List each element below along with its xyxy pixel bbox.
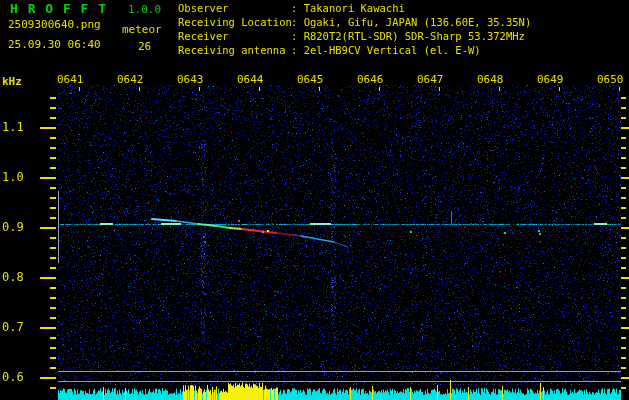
info-label: Observer <box>178 3 291 15</box>
observation-datetime: 25.09.30 06:40 <box>8 39 101 51</box>
info-row-receiver: Receiver: R820T2(RTL-SDR) SDR-Sharp 53.3… <box>178 31 525 43</box>
app-title: H R O F F T <box>10 2 107 16</box>
time-label: 0647 <box>417 74 444 86</box>
info-value: Takanori Kawachi <box>304 2 405 14</box>
info-colon: : <box>291 44 304 56</box>
y-tick-label: 0.6 <box>2 371 24 384</box>
output-filename: 2509300640.png <box>8 19 101 31</box>
info-label: Receiver <box>178 31 291 43</box>
time-label: 0649 <box>537 74 564 86</box>
info-row-antenna: Receiving antenna: 2el-HB9CV Vertical (e… <box>178 45 481 57</box>
y-tick-label: 1.0 <box>2 171 24 184</box>
time-label: 0650 <box>597 74 624 86</box>
y-axis-unit: kHz <box>2 76 22 88</box>
info-colon: : <box>291 16 304 28</box>
echo-count: 26 <box>138 41 151 53</box>
time-label: 0642 <box>117 74 144 86</box>
spectrogram-canvas <box>0 0 629 400</box>
time-label: 0646 <box>357 74 384 86</box>
time-label: 0645 <box>297 74 324 86</box>
info-value: 2el-HB9CV Vertical (el. E-W) <box>304 44 481 56</box>
time-label: 0644 <box>237 74 264 86</box>
y-tick-label: 1.1 <box>2 121 24 134</box>
info-label: Receiving antenna <box>178 45 291 57</box>
info-value: Ogaki, Gifu, JAPAN (136.60E, 35.35N) <box>304 16 532 28</box>
info-row-observer: Observer: Takanori Kawachi <box>178 3 405 15</box>
info-colon: : <box>291 30 304 42</box>
info-label: Receiving Location <box>178 17 291 29</box>
app-version: 1.0.0 <box>128 4 161 16</box>
info-row-location: Receiving Location: Ogaki, Gifu, JAPAN (… <box>178 17 531 29</box>
y-tick-label: 0.7 <box>2 321 24 334</box>
y-tick-label: 0.9 <box>2 221 24 234</box>
hrofft-window: H R O F F T 1.0.0 2509300640.png meteor … <box>0 0 629 400</box>
time-label: 0641 <box>57 74 84 86</box>
y-tick-label: 0.8 <box>2 271 24 284</box>
mode-label: meteor <box>122 24 162 36</box>
info-colon: : <box>291 2 304 14</box>
info-value: R820T2(RTL-SDR) SDR-Sharp 53.372MHz <box>304 30 525 42</box>
time-label: 0643 <box>177 74 204 86</box>
time-label: 0648 <box>477 74 504 86</box>
